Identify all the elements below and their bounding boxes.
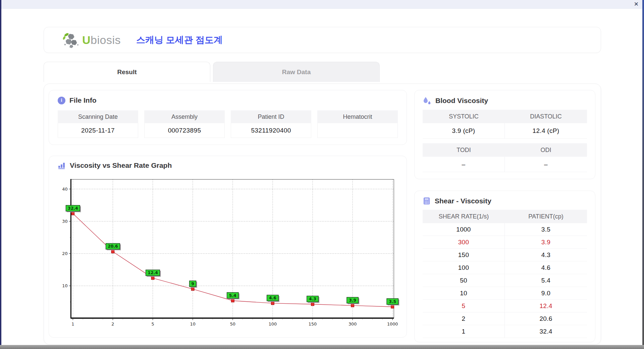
svg-text:9: 9 xyxy=(191,282,194,286)
blood-viscosity-table: SYSTOLICDIASTOLIC3.9 (cP)12.4 (cP)TODIOD… xyxy=(423,110,587,172)
file-info-fields: Scanning Date2025-11-17Assembly000723895… xyxy=(58,110,398,138)
file-info-title: File Info xyxy=(69,96,97,104)
bv-value-cell: – xyxy=(505,157,587,172)
svg-text:20.6: 20.6 xyxy=(108,244,118,249)
field-value xyxy=(317,123,398,138)
file-info-field-hematocrit: Hematocrit xyxy=(317,110,398,138)
bv-header-cell: DIASTOLIC xyxy=(505,110,587,123)
file-info-field-scanning-date: Scanning Date2025-11-17 xyxy=(58,110,138,138)
cell-patient-viscosity: 3.5 xyxy=(505,223,587,236)
bv-header-row: SYSTOLICDIASTOLIC xyxy=(423,110,587,123)
result-panel: i File Info Scanning Date2025-11-17Assem… xyxy=(44,84,601,345)
table-row: 3003.9 xyxy=(423,236,587,249)
cell-shear-rate: 50 xyxy=(423,274,505,287)
cell-patient-viscosity: 9.0 xyxy=(505,287,587,300)
svg-text:2: 2 xyxy=(111,321,114,327)
app-header: Ubiosis 스캐닝 모세관 점도계 xyxy=(44,27,601,53)
bv-header-cell: SYSTOLIC xyxy=(423,110,505,123)
ubiosis-logo-icon xyxy=(63,32,80,48)
svg-text:32.4: 32.4 xyxy=(68,206,78,211)
bv-value-cell: 12.4 (cP) xyxy=(505,123,587,139)
svg-text:30: 30 xyxy=(62,219,67,224)
viscosity-chart-svg: 102030401251050100150300100032.420.612.4… xyxy=(58,173,398,331)
field-value: 53211920400 xyxy=(231,123,311,138)
cell-patient-viscosity: 3.9 xyxy=(505,236,587,249)
svg-text:300: 300 xyxy=(348,321,357,327)
bv-value-cell: – xyxy=(423,157,505,172)
field-value: 2025-11-17 xyxy=(58,123,138,138)
file-info-field-patient-id: Patient ID53211920400 xyxy=(231,110,311,138)
shear-viscosity-table: SHEAR RATE(1/s) PATIENT(cp) 10003.53003.… xyxy=(423,210,587,338)
field-label: Assembly xyxy=(144,110,225,123)
svg-text:100: 100 xyxy=(269,321,277,327)
bv-header-cell: TODI xyxy=(423,143,505,157)
svg-text:20: 20 xyxy=(62,251,67,256)
viscosity-graph-card: Viscosity vs Shear Rate Graph 1020304012… xyxy=(49,156,407,338)
svg-text:1: 1 xyxy=(71,321,74,327)
bv-header-cell: ODI xyxy=(505,143,587,157)
table-row: 220.6 xyxy=(423,312,587,325)
svg-text:10: 10 xyxy=(62,283,67,288)
page-title: 스캐닝 모세관 점도계 xyxy=(136,34,223,46)
right-column: Blood Viscosity SYSTOLICDIASTOLIC3.9 (cP… xyxy=(414,90,595,339)
shear-viscosity-rows: 10003.53003.91504.31004.6505.4109.0512.4… xyxy=(423,223,587,338)
tab-result[interactable]: Result xyxy=(44,62,210,82)
cell-shear-rate: 10 xyxy=(423,287,505,300)
field-label: Scanning Date xyxy=(58,110,138,123)
window-border-left xyxy=(0,0,1,345)
shear-viscosity-card: Shear - Viscosity SHEAR RATE(1/s) PATIEN… xyxy=(414,191,595,342)
svg-text:3.9: 3.9 xyxy=(349,298,356,303)
blood-viscosity-card: Blood Viscosity SYSTOLICDIASTOLIC3.9 (cP… xyxy=(414,90,595,179)
cell-shear-rate: 1000 xyxy=(423,223,505,236)
cell-shear-rate: 2 xyxy=(423,312,505,325)
graph-title: Viscosity vs Shear Rate Graph xyxy=(70,161,172,169)
svg-text:3.5: 3.5 xyxy=(389,299,396,304)
left-column: i File Info Scanning Date2025-11-17Assem… xyxy=(49,90,407,339)
svg-text:5: 5 xyxy=(151,321,154,327)
bar-chart-icon xyxy=(58,161,66,169)
bv-value-row: 3.9 (cP)12.4 (cP) xyxy=(423,123,587,139)
cell-shear-rate: 1 xyxy=(423,325,505,338)
cell-patient-viscosity: 32.4 xyxy=(505,325,587,338)
cell-shear-rate: 150 xyxy=(423,249,505,261)
column-header-shear-rate: SHEAR RATE(1/s) xyxy=(423,210,505,223)
tab-raw-data[interactable]: Raw Data xyxy=(213,62,380,82)
app-page: Ubiosis 스캐닝 모세관 점도계 Result Raw Data i Fi… xyxy=(0,9,644,345)
cell-patient-viscosity: 4.3 xyxy=(505,249,587,261)
close-icon[interactable]: ✕ xyxy=(634,1,639,8)
logo-wordmark: Ubiosis xyxy=(82,34,121,47)
blood-viscosity-title: Blood Viscosity xyxy=(435,97,488,105)
column-header-patient: PATIENT(cp) xyxy=(505,210,587,223)
table-row: 109.0 xyxy=(423,287,587,300)
bv-header-row: TODIODI xyxy=(423,143,587,157)
file-info-card: i File Info Scanning Date2025-11-17Assem… xyxy=(49,90,407,145)
cell-shear-rate: 5 xyxy=(423,300,505,312)
window-titlebar: ✕ xyxy=(0,0,644,9)
window-border-right xyxy=(642,0,644,345)
window-bottom-bar xyxy=(0,345,644,349)
svg-text:10: 10 xyxy=(190,321,196,327)
shear-viscosity-header-row: SHEAR RATE(1/s) PATIENT(cp) xyxy=(423,210,587,223)
svg-text:50: 50 xyxy=(230,321,235,327)
field-label: Hematocrit xyxy=(317,110,398,123)
field-value: 000723895 xyxy=(144,123,225,138)
table-row: 132.4 xyxy=(423,325,587,338)
tab-bar: Result Raw Data xyxy=(44,62,601,82)
svg-text:12.4: 12.4 xyxy=(148,270,158,275)
bv-value-row: –– xyxy=(423,157,587,172)
shear-viscosity-title: Shear - Viscosity xyxy=(435,197,491,205)
cell-patient-viscosity: 5.4 xyxy=(505,274,587,287)
table-row: 1504.3 xyxy=(423,249,587,261)
bv-value-cell: 3.9 (cP) xyxy=(423,123,505,139)
table-row: 10003.5 xyxy=(423,223,587,236)
field-label: Patient ID xyxy=(231,110,311,123)
table-row: 505.4 xyxy=(423,274,587,287)
blood-drops-icon xyxy=(423,96,431,105)
svg-text:4.3: 4.3 xyxy=(309,297,316,301)
ubiosis-logo: Ubiosis xyxy=(63,32,121,48)
cell-shear-rate: 100 xyxy=(423,261,505,274)
info-icon: i xyxy=(58,97,65,104)
svg-text:5.4: 5.4 xyxy=(229,293,236,298)
calculator-icon xyxy=(423,197,431,205)
svg-text:40: 40 xyxy=(62,187,67,192)
